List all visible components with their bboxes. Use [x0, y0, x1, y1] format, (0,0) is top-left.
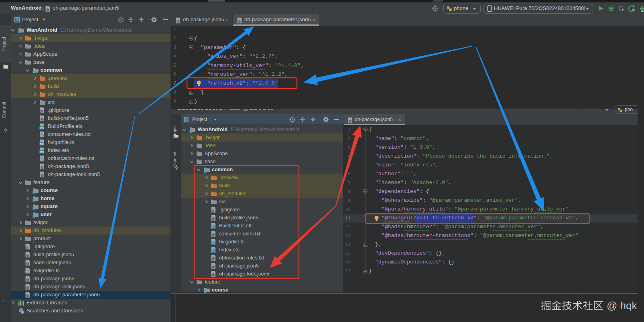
svg-text:@ hqk: @ hqk — [607, 301, 638, 312]
